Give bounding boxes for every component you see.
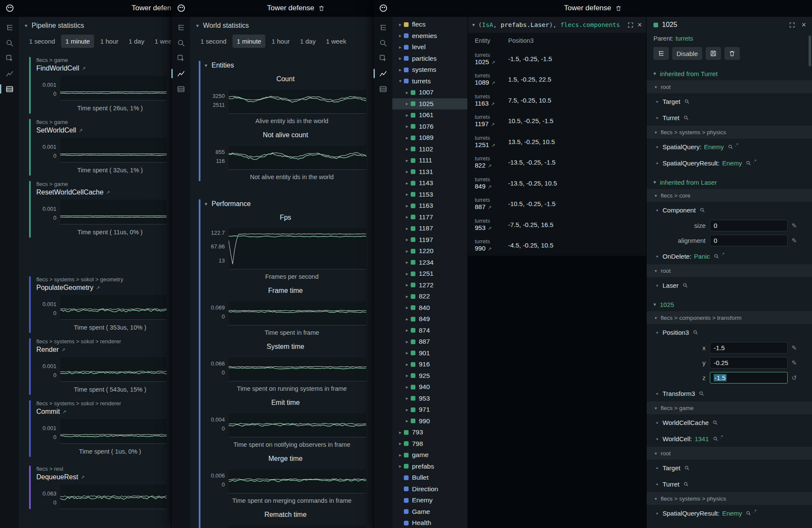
tree-item-1272[interactable]: ▸1272 bbox=[392, 280, 468, 291]
component-row[interactable]: •OnDelete:Panic.* bbox=[647, 248, 812, 264]
time-range-1-hour[interactable]: 1 hour bbox=[96, 35, 123, 48]
tree-item-Health[interactable]: Health bbox=[392, 517, 468, 528]
undo-icon[interactable]: ↺ bbox=[791, 375, 797, 381]
tree-expand-icon[interactable]: ▸ bbox=[397, 441, 403, 446]
component-group-header[interactable]: ▾root bbox=[647, 264, 812, 277]
card-title[interactable]: ResetWorldCellCache↗ bbox=[36, 189, 167, 196]
tree-item-1177[interactable]: ▸1177 bbox=[392, 212, 468, 223]
time-range-1-day[interactable]: 1 day bbox=[296, 35, 320, 48]
magnifier-icon[interactable] bbox=[683, 283, 688, 288]
disable-button[interactable]: Disable bbox=[672, 47, 702, 60]
tree-item-916[interactable]: ▸916 bbox=[392, 359, 468, 370]
sidebar-inspect-icon[interactable] bbox=[0, 53, 19, 64]
tree-item-822[interactable]: ▸822 bbox=[392, 291, 468, 302]
sidebar-chart-icon[interactable] bbox=[171, 68, 190, 79]
section-header[interactable]: ▾Performance bbox=[205, 198, 368, 209]
tree-item-940[interactable]: ▸940 bbox=[392, 381, 468, 393]
magnifier-icon[interactable] bbox=[699, 391, 704, 396]
time-range-1-hour[interactable]: 1 hour bbox=[267, 35, 294, 48]
tree-expand-icon[interactable]: ▸ bbox=[404, 192, 410, 197]
magnifier-icon[interactable] bbox=[714, 254, 719, 259]
tree-item-793[interactable]: ▸793 bbox=[392, 427, 468, 438]
field-input-x[interactable]: -1.5 bbox=[710, 342, 788, 354]
magnifier-icon[interactable] bbox=[684, 99, 690, 104]
tree-item-849[interactable]: ▸849 bbox=[392, 313, 468, 325]
time-range-1-minute[interactable]: 1 minute bbox=[232, 35, 266, 48]
component-row[interactable]: •SpatialQuery:Enemy.* bbox=[647, 139, 812, 155]
panel-header[interactable]: ▾ Pipeline statistics bbox=[19, 17, 171, 33]
tree-expand-icon[interactable]: ▸ bbox=[404, 362, 410, 367]
component-value[interactable]: Enemy bbox=[722, 159, 742, 167]
entity-id[interactable]: 953↗ bbox=[475, 224, 508, 231]
sidebar-search-icon[interactable] bbox=[0, 37, 19, 48]
tree-expand-icon[interactable]: ▸ bbox=[404, 146, 410, 152]
query-result-row[interactable]: turrets1197↗10.5, -0.25, -1.5 bbox=[468, 111, 646, 132]
component-row[interactable]: •Transform3 bbox=[647, 385, 812, 401]
tree-item-925[interactable]: ▸925 bbox=[392, 370, 468, 382]
sidebar-chart-icon[interactable] bbox=[0, 68, 19, 79]
tree-item-1089[interactable]: ▸1089 bbox=[392, 132, 468, 144]
entity-id[interactable]: 822↗ bbox=[475, 162, 508, 169]
tree-expand-icon[interactable]: ▸ bbox=[397, 56, 403, 61]
parent-link[interactable]: turrets bbox=[676, 35, 693, 42]
component-row[interactable]: •Target bbox=[647, 93, 812, 109]
tree-view-button[interactable] bbox=[653, 47, 669, 60]
tree-item-game[interactable]: ▸game bbox=[392, 449, 468, 461]
tree-item-953[interactable]: ▸953 bbox=[392, 393, 468, 404]
tree-item-flecs[interactable]: ▸flecs bbox=[392, 19, 468, 30]
tree-expand-icon[interactable]: ▸ bbox=[404, 180, 410, 186]
trash-icon[interactable] bbox=[318, 5, 324, 12]
tree-expand-icon[interactable]: ▸ bbox=[397, 33, 403, 38]
tree-expand-icon[interactable]: ▸ bbox=[404, 237, 410, 242]
tree-item-turrets[interactable]: ▾turrets bbox=[392, 76, 468, 87]
query-result-row[interactable]: turrets849↗-13.5, -0.25, 10.5 bbox=[468, 173, 646, 194]
tree-expand-icon[interactable]: ▸ bbox=[397, 44, 403, 50]
card-title[interactable]: PopulateGeometry↗ bbox=[36, 284, 167, 292]
sidebar-tree-icon[interactable] bbox=[374, 22, 392, 33]
edit-icon[interactable]: ✎ bbox=[791, 237, 797, 244]
component-row[interactable]: •Position3 bbox=[647, 324, 812, 340]
inspector-section-header[interactable]: ▾inherited from Laser bbox=[647, 175, 812, 189]
tree-expand-icon[interactable]: ▸ bbox=[404, 418, 410, 424]
delete-button[interactable] bbox=[724, 47, 740, 60]
tree-expand-icon[interactable]: ▸ bbox=[397, 22, 403, 27]
magnifier-icon[interactable] bbox=[683, 481, 689, 487]
component-row[interactable]: •Component bbox=[647, 202, 812, 218]
tree-item-1220[interactable]: ▸1220 bbox=[392, 245, 468, 257]
tree-expand-icon[interactable]: ▸ bbox=[404, 316, 410, 322]
tree-collapse-icon[interactable]: ▾ bbox=[397, 78, 403, 84]
entity-id[interactable]: 990↗ bbox=[475, 245, 508, 252]
query-result-row[interactable]: turrets1089↗1.5, -0.25, 22.5 bbox=[468, 69, 646, 90]
tree-item-840[interactable]: ▸840 bbox=[392, 302, 468, 314]
tree-item-971[interactable]: ▸971 bbox=[392, 404, 468, 416]
component-group-header[interactable]: ▾root bbox=[647, 447, 812, 460]
tree-item-enemies[interactable]: ▸enemies bbox=[392, 30, 468, 42]
card-title[interactable]: Commit↗ bbox=[36, 408, 167, 416]
tree-expand-icon[interactable]: ▸ bbox=[404, 101, 410, 106]
sidebar-search-icon[interactable] bbox=[374, 37, 392, 48]
magnifier-icon[interactable] bbox=[728, 144, 733, 150]
sidebar-table-icon[interactable] bbox=[171, 83, 190, 94]
tree-expand-icon[interactable]: ▸ bbox=[404, 384, 410, 390]
tree-expand-icon[interactable]: ▸ bbox=[404, 248, 410, 254]
tree-expand-icon[interactable]: ▸ bbox=[404, 135, 410, 141]
magnifier-icon[interactable] bbox=[713, 436, 718, 442]
component-row[interactable]: •Turret bbox=[647, 476, 812, 492]
sidebar-chart-icon[interactable] bbox=[374, 68, 392, 79]
component-row[interactable]: •SpatialQueryResult:Enemy.* bbox=[647, 505, 812, 521]
section-header[interactable]: ▾Entities bbox=[205, 59, 368, 71]
scrollbar-thumb[interactable] bbox=[809, 35, 811, 66]
tree-expand-icon[interactable]: ▸ bbox=[404, 407, 410, 413]
entity-id[interactable]: 1089↗ bbox=[475, 79, 508, 86]
field-input-alignment[interactable]: 0 bbox=[710, 235, 788, 246]
component-row[interactable]: •Turret bbox=[647, 109, 812, 126]
expand-icon[interactable] bbox=[627, 22, 634, 28]
tree-expand-icon[interactable]: ▸ bbox=[404, 350, 410, 356]
close-icon[interactable]: × bbox=[637, 21, 642, 29]
tree-item-1153[interactable]: ▸1153 bbox=[392, 189, 468, 201]
sidebar-table-icon[interactable] bbox=[0, 83, 19, 94]
panel-header[interactable]: ▾ World statistics bbox=[190, 17, 373, 33]
entity-id[interactable]: 1025↗ bbox=[475, 58, 508, 65]
sidebar-tree-icon[interactable] bbox=[0, 22, 19, 33]
edit-icon[interactable]: ✎ bbox=[791, 222, 797, 229]
